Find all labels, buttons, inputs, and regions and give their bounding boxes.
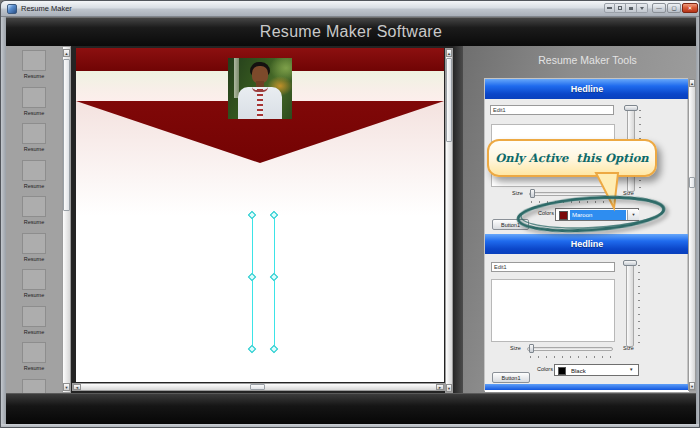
canvas-vscrollbar-thumb[interactable]: [446, 58, 452, 142]
resume-template-item[interactable]: Resume: [6, 123, 62, 160]
canvas-hscrollbar-thumb[interactable]: [250, 384, 265, 390]
window-menu-button[interactable]: [615, 3, 626, 13]
tools-scrollbar-thumb[interactable]: [689, 177, 695, 188]
resume-template-item[interactable]: Resume: [6, 196, 62, 233]
headline-text-input[interactable]: Edit1: [490, 105, 614, 115]
resume-template-item[interactable]: Resume: [6, 342, 62, 379]
resume-template-item[interactable]: Resume: [6, 306, 62, 343]
slider-tick-marks: [530, 356, 614, 358]
resume-template-item[interactable]: Resume: [6, 87, 62, 124]
selection-handle[interactable]: [270, 273, 278, 281]
window-frame-bottom: [1, 424, 700, 428]
scroll-up-icon[interactable]: ▲: [689, 79, 695, 87]
selection-guide-line[interactable]: [252, 215, 253, 352]
hedline-panel-title: Hedline: [571, 84, 604, 94]
colors-label: Colors: [538, 210, 554, 216]
resume-template-item[interactable]: Resume: [6, 269, 62, 306]
resume-thumbnail-label: Resume: [24, 292, 44, 298]
dock-button[interactable]: [626, 3, 637, 13]
panel-divider: [453, 46, 463, 393]
resume-template-item[interactable]: Resume: [6, 50, 62, 87]
window-icon: [618, 6, 622, 10]
resume-thumbnail[interactable]: [22, 379, 46, 394]
size-label: Size: [512, 190, 523, 196]
resume-thumbnail[interactable]: [22, 342, 46, 363]
tools-scrollbar[interactable]: ▲ ▼: [688, 78, 696, 391]
resume-thumbnail-label: Resume: [24, 329, 44, 335]
close-button[interactable]: ✕: [682, 3, 698, 13]
tools-panel-body: Hedline Edit1 Size Size Colors Maroon ▼ …: [484, 78, 688, 391]
colors-dropdown[interactable]: Black ▼: [554, 364, 639, 376]
canvas-vertical-scrollbar[interactable]: ▲ ▼: [445, 48, 453, 393]
headline-text-input[interactable]: Edit1: [491, 262, 615, 272]
resume-thumbnail-label: Resume: [24, 219, 44, 225]
more-button[interactable]: [637, 3, 648, 13]
size-vertical-slider-thumb[interactable]: [624, 105, 638, 111]
profile-photo[interactable]: [228, 58, 292, 119]
hedline-panel-header: Hedline: [485, 234, 689, 254]
selection-handle[interactable]: [270, 345, 278, 353]
maximize-button[interactable]: ▢: [667, 3, 681, 13]
resume-template-item[interactable]: Resume: [6, 379, 62, 394]
scroll-down-icon[interactable]: ▼: [63, 383, 70, 391]
scroll-up-icon[interactable]: ▲: [63, 49, 70, 57]
resume-template-item[interactable]: Resume: [6, 233, 62, 270]
hedline-panel-header: Hedline: [485, 79, 689, 99]
resume-thumbnail[interactable]: [22, 123, 46, 144]
size-horizontal-slider[interactable]: [529, 192, 614, 196]
resume-template-item[interactable]: Resume: [6, 160, 62, 197]
apply-button[interactable]: Button1: [492, 219, 529, 230]
editor-canvas[interactable]: ▲ ▼ ◄ ►: [71, 46, 453, 393]
scroll-up-icon[interactable]: ▲: [446, 49, 452, 57]
resume-thumbnail[interactable]: [22, 233, 46, 254]
dropdown-arrow-icon[interactable]: ▼: [627, 210, 639, 220]
size-horizontal-slider-thumb[interactable]: [530, 189, 535, 198]
apply-button[interactable]: Button1: [492, 372, 530, 383]
colors-dropdown-value[interactable]: Black: [569, 366, 625, 376]
resume-thumbnail[interactable]: [22, 306, 46, 327]
scroll-left-icon[interactable]: ◄: [73, 384, 81, 390]
resume-page[interactable]: [76, 48, 444, 382]
size-horizontal-slider-thumb[interactable]: [529, 344, 534, 353]
colors-dropdown-value[interactable]: Maroon: [570, 210, 626, 220]
photo-shirt-pattern: [257, 89, 263, 119]
resume-thumbnail-label: Resume: [24, 146, 44, 152]
resume-thumbnail[interactable]: [22, 269, 46, 290]
sidebar-scrollbar[interactable]: ▲ ▼: [62, 46, 71, 393]
sidebar-scrollbar-thumb[interactable]: [63, 59, 70, 211]
color-swatch-maroon: [559, 211, 568, 220]
slider-tick-marks: [638, 265, 640, 343]
slider-tick-marks: [531, 201, 615, 203]
tools-panel: Resume Maker Tools Hedline Edit1 Size Si…: [463, 46, 696, 393]
colors-dropdown[interactable]: Maroon ▼: [555, 208, 639, 221]
dropdown-arrow-icon[interactable]: ▼: [629, 367, 633, 372]
color-swatch-black: [558, 367, 566, 375]
callout-bubble: Only Active this Option: [487, 139, 657, 177]
canvas-horizontal-scrollbar[interactable]: ◄ ►: [72, 383, 445, 391]
scroll-down-icon[interactable]: ▼: [446, 384, 452, 392]
scroll-right-icon[interactable]: ►: [436, 384, 444, 390]
pin-icon: [607, 7, 612, 9]
selection-handle[interactable]: [248, 345, 256, 353]
resume-thumbnail[interactable]: [22, 50, 46, 71]
headline-memo-box[interactable]: [491, 279, 615, 342]
next-panel-edge: [485, 390, 689, 392]
app-header: Resume Maker Software: [6, 17, 696, 46]
resume-thumbnail[interactable]: [22, 160, 46, 181]
size-label: Size: [623, 190, 634, 196]
selection-guide-line[interactable]: [274, 215, 275, 352]
selection-handle[interactable]: [248, 273, 256, 281]
chevron-down-icon: [640, 7, 644, 10]
resume-thumbnail[interactable]: [22, 87, 46, 108]
size-vertical-slider[interactable]: [626, 261, 634, 347]
size-vertical-slider-thumb[interactable]: [623, 260, 637, 266]
size-horizontal-slider[interactable]: [527, 347, 613, 351]
template-sidebar: Resume Resume Resume Resume Resume Resum…: [6, 46, 62, 393]
window-title: Resume Maker: [21, 4, 72, 13]
window-frame-right: [696, 17, 700, 424]
minimize-button[interactable]: —: [652, 3, 666, 13]
pin-button[interactable]: [604, 3, 615, 13]
resume-thumbnail[interactable]: [22, 196, 46, 217]
title-bar[interactable]: Resume Maker — ▢ ✕: [1, 1, 700, 17]
scroll-down-icon[interactable]: ▼: [689, 382, 695, 390]
